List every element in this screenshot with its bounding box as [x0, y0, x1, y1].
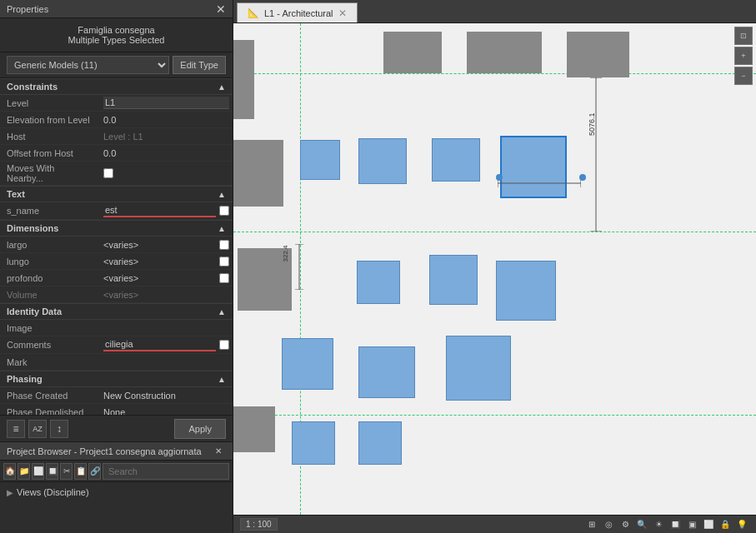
image-row: Image: [0, 320, 233, 336]
lungo-checkbox[interactable]: [219, 257, 229, 266]
blue-shape-7[interactable]: [496, 261, 556, 321]
status-icon-5[interactable]: ☀: [651, 517, 666, 532]
type-dropdown[interactable]: Generic Models (11): [7, 56, 169, 74]
host-label: Host: [0, 130, 100, 143]
dimension-line-small: [293, 244, 306, 290]
sort-icon-2[interactable]: AZ: [28, 420, 47, 438]
lungo-label: lungo: [0, 255, 100, 268]
sort-icon-3[interactable]: ↕: [50, 420, 68, 438]
drawing-canvas[interactable]: 5076.1 322.: [233, 23, 756, 515]
canvas-area: 📐 L1 - Architectural ✕: [233, 0, 756, 533]
scale-indicator[interactable]: 1 : 100: [240, 518, 278, 531]
elevation-label: Elevation from Level: [0, 113, 100, 127]
blue-shape-1[interactable]: [300, 140, 340, 180]
control-point-2: [579, 174, 586, 181]
browser-tool-1[interactable]: 🏠: [3, 463, 16, 480]
gray-shape-5: [233, 140, 283, 207]
status-bar: 1 : 100 ⊞ ◎ ⚙ 🔍 ☀ 🔲 ▣ ⬜ 🔒 💡: [233, 515, 756, 533]
browser-toolbar: 🏠 📁 ⬜ 🔲 ✂ 📋 🔗: [0, 461, 233, 482]
volume-row: Volume <varies>: [0, 286, 233, 303]
status-icon-6[interactable]: 🔲: [668, 517, 683, 532]
identity-section-header[interactable]: Identity Data ▲: [0, 303, 233, 320]
status-icon-3[interactable]: ⚙: [618, 517, 633, 532]
browser-views-item[interactable]: ▶ Views (Discipline): [3, 486, 229, 499]
zoom-out-button[interactable]: −: [734, 67, 753, 85]
offset-label: Offset from Host: [0, 147, 100, 160]
properties-panel: Properties ✕ Famiglia consegna Multiple …: [0, 0, 233, 533]
browser-tool-5[interactable]: ✂: [60, 463, 73, 480]
apply-button[interactable]: Apply: [174, 419, 226, 439]
moves-checkbox[interactable]: [103, 168, 113, 178]
status-icon-7[interactable]: ▣: [684, 517, 699, 532]
type-selector: Generic Models (11) Edit Type: [0, 52, 233, 78]
mark-row: Mark: [0, 354, 233, 371]
edit-type-button[interactable]: Edit Type: [173, 56, 226, 74]
sname-value: [100, 202, 233, 219]
tab-close-button[interactable]: ✕: [338, 7, 347, 19]
properties-toolbar: ≡ AZ ↕ Apply: [0, 415, 233, 441]
constraints-section-header[interactable]: Constraints ▲: [0, 78, 233, 95]
blue-shape-10[interactable]: [446, 336, 511, 401]
browser-tool-4[interactable]: 🔲: [46, 463, 58, 480]
text-section-header[interactable]: Text ▲: [0, 186, 233, 202]
tab-bar: 📐 L1 - Architectural ✕: [233, 0, 756, 23]
phase-demolished-text: None: [103, 407, 125, 416]
dimension-line-vertical: [583, 77, 608, 232]
blue-shape-11[interactable]: [292, 421, 335, 465]
status-icon-8[interactable]: ⬜: [701, 517, 716, 532]
l1-architectural-tab[interactable]: 📐 L1 - Architectural ✕: [237, 2, 358, 22]
image-label: Image: [0, 321, 100, 335]
level-input[interactable]: [103, 97, 229, 109]
blue-shape-12[interactable]: [358, 421, 402, 465]
browser-content: ▶ Views (Discipline): [0, 482, 233, 533]
elevation-text: 0.0: [103, 115, 116, 125]
gray-shape-7: [233, 406, 275, 452]
phase-created-label: Phase Created: [0, 389, 100, 402]
blue-shape-3[interactable]: [432, 138, 480, 182]
panel-close-button[interactable]: ✕: [216, 2, 226, 16]
h-dashed-1: [233, 73, 756, 74]
browser-tool-7[interactable]: 🔗: [88, 463, 101, 480]
left-panel: Properties ✕ Famiglia consegna Multiple …: [0, 0, 233, 533]
browser-tool-3[interactable]: ⬜: [32, 463, 44, 480]
status-icon-4[interactable]: 🔍: [634, 517, 649, 532]
phase-created-text: New Construction: [103, 391, 176, 401]
text-arrow: ▲: [218, 190, 226, 199]
properties-content: Constraints ▲ Level Elevation from Level…: [0, 78, 233, 415]
main-area: Properties ✕ Famiglia consegna Multiple …: [0, 0, 756, 533]
blue-shape-6[interactable]: [429, 255, 478, 305]
status-icon-9[interactable]: 🔒: [718, 517, 733, 532]
status-left: 1 : 100: [240, 518, 278, 531]
mark-label: Mark: [0, 356, 100, 369]
sname-checkbox[interactable]: [219, 206, 229, 216]
comments-input[interactable]: [103, 338, 216, 351]
status-icon-2[interactable]: ◎: [601, 517, 616, 532]
browser-close-icon[interactable]: ✕: [211, 444, 226, 459]
browser-search-input[interactable]: [103, 463, 229, 480]
profondo-checkbox[interactable]: [219, 273, 229, 283]
blue-shape-2[interactable]: [358, 138, 407, 184]
phase-demolished-row: Phase Demolished None: [0, 404, 233, 415]
blue-shape-5[interactable]: [357, 261, 400, 304]
level-row: Level: [0, 95, 233, 112]
browser-tool-2[interactable]: 📁: [18, 463, 30, 480]
browser-tool-6[interactable]: 📋: [74, 463, 87, 480]
phasing-section-header[interactable]: Phasing ▲: [0, 371, 233, 387]
zoom-in-button[interactable]: +: [734, 47, 753, 65]
lungo-value: <varies>: [100, 255, 233, 268]
sort-icon-1[interactable]: ≡: [7, 420, 25, 438]
volume-text: <varies>: [103, 290, 138, 300]
largo-checkbox[interactable]: [219, 240, 229, 250]
zoom-fit-button[interactable]: ⊡: [734, 27, 753, 45]
object-info: Famiglia consegna Multiple Types Selecte…: [0, 18, 233, 52]
sname-row: s_name: [0, 202, 233, 220]
dimensions-section-header[interactable]: Dimensions ▲: [0, 220, 233, 237]
status-icon-10[interactable]: 💡: [734, 517, 749, 532]
sname-input[interactable]: [103, 204, 216, 217]
status-icon-1[interactable]: ⊞: [584, 517, 599, 532]
blue-shape-8[interactable]: [282, 338, 333, 390]
comments-checkbox[interactable]: [219, 340, 229, 350]
moves-label: Moves With Nearby...: [0, 162, 100, 185]
blue-shape-9[interactable]: [358, 346, 415, 398]
browser-views-icon: ▶: [7, 488, 13, 497]
